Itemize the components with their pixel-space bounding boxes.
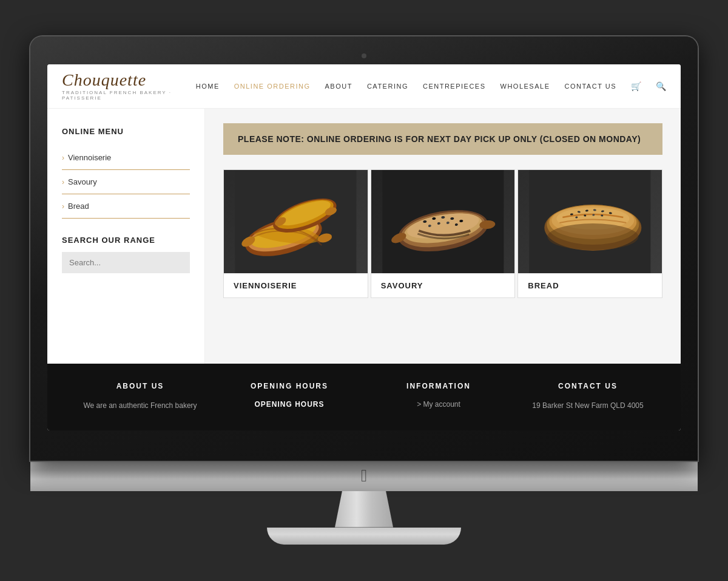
footer-hours-title: OPENING HOURS xyxy=(221,382,358,390)
footer-info-title: INFORMATION xyxy=(370,382,507,390)
imac-stand-neck xyxy=(328,491,400,528)
nav-centrepieces[interactable]: CENTREPIECES xyxy=(423,83,486,90)
imac-stand-base xyxy=(267,528,461,545)
apple-logo-icon:  xyxy=(361,466,367,486)
search-input[interactable] xyxy=(62,252,190,273)
footer-contact-address: 19 Barker St New Farm QLD 4005 xyxy=(519,400,656,412)
sidebar-item-label: Viennoiserie xyxy=(68,153,111,162)
imac-screen: Chouquette Traditional French Bakery · P… xyxy=(47,64,681,430)
product-image-bread xyxy=(518,170,662,273)
product-card-viennoiserie[interactable]: VIENNOISERIE xyxy=(223,169,368,298)
product-card-savoury[interactable]: SAVOURY xyxy=(371,169,516,298)
imac-chin:  xyxy=(30,461,698,491)
sidebar-item-label: Savoury xyxy=(68,177,97,186)
product-grid: VIENNOISERIE xyxy=(223,169,662,298)
svg-point-43 xyxy=(548,223,639,250)
logo-script: Chouquette xyxy=(62,72,183,89)
search-icon[interactable]: 🔍 xyxy=(656,81,666,91)
footer-about-text: We are an authentic French bakery xyxy=(72,400,209,412)
sidebar-item-viennoiserie[interactable]: › Viennoiserie xyxy=(62,146,190,170)
logo-area[interactable]: Chouquette Traditional French Bakery · P… xyxy=(62,72,183,101)
nav-online-ordering[interactable]: ONLINE ORDERING xyxy=(234,83,311,90)
sidebar-item-label: Bread xyxy=(68,202,89,211)
nav-about[interactable]: ABOUT xyxy=(325,83,352,90)
product-image-savoury xyxy=(371,170,515,273)
chevron-icon: › xyxy=(62,154,64,162)
sidebar-menu-title: ONLINE MENU xyxy=(62,127,190,136)
product-label-viennoiserie: VIENNOISERIE xyxy=(224,273,368,297)
imac-camera xyxy=(362,53,366,58)
footer-hours-link[interactable]: OPENING HOURS xyxy=(221,400,358,409)
footer-info-link[interactable]: > My account xyxy=(370,400,507,409)
nav-contact-us[interactable]: CONTACT US xyxy=(565,83,617,90)
site-header: Chouquette Traditional French Bakery · P… xyxy=(47,64,681,109)
product-label-bread: BREAD xyxy=(518,273,662,297)
footer-opening-hours: OPENING HOURS OPENING HOURS xyxy=(221,382,358,412)
chevron-icon: › xyxy=(62,178,64,186)
nav-home[interactable]: HOME xyxy=(196,83,220,90)
footer-contact: CONTACT US 19 Barker St New Farm QLD 400… xyxy=(519,382,656,412)
sidebar-item-savoury[interactable]: › Savoury xyxy=(62,170,190,194)
site-nav: HOME ONLINE ORDERING ABOUT CATERING CENT… xyxy=(183,81,666,91)
logo-tagline: Traditional French Bakery · Patisserie xyxy=(62,90,183,101)
product-image-viennoiserie xyxy=(224,170,368,273)
footer-contact-title: CONTACT US xyxy=(519,382,656,390)
site-footer: ABOUT US We are an authentic French bake… xyxy=(47,364,681,430)
imac-monitor: Chouquette Traditional French Bakery · P… xyxy=(30,36,698,544)
notice-text: PLEASE NOTE: ONLINE ORDERING IS FOR NEXT… xyxy=(238,134,648,144)
chevron-icon: › xyxy=(62,202,64,211)
footer-information: INFORMATION > My account xyxy=(370,382,507,412)
cart-icon[interactable]: 🛒 xyxy=(631,81,641,91)
product-card-bread[interactable]: BREAD xyxy=(517,169,662,298)
imac-bezel: Chouquette Traditional French Bakery · P… xyxy=(30,36,698,460)
nav-catering[interactable]: CATERING xyxy=(367,83,408,90)
product-label-savoury: SAVOURY xyxy=(371,273,515,297)
notice-banner: PLEASE NOTE: ONLINE ORDERING IS FOR NEXT… xyxy=(223,123,662,155)
site-main: ONLINE MENU › Viennoiserie › Savoury › B… xyxy=(47,109,681,364)
footer-about-title: ABOUT US xyxy=(72,382,209,390)
sidebar: ONLINE MENU › Viennoiserie › Savoury › B… xyxy=(47,109,205,364)
footer-about-us: ABOUT US We are an authentic French bake… xyxy=(72,382,209,412)
nav-wholesale[interactable]: WHOLESALE xyxy=(500,83,550,90)
sidebar-item-bread[interactable]: › Bread xyxy=(62,194,190,219)
content-area: PLEASE NOTE: ONLINE ORDERING IS FOR NEXT… xyxy=(205,109,681,364)
search-section-title: SEARCH OUR RANGE xyxy=(62,236,190,245)
